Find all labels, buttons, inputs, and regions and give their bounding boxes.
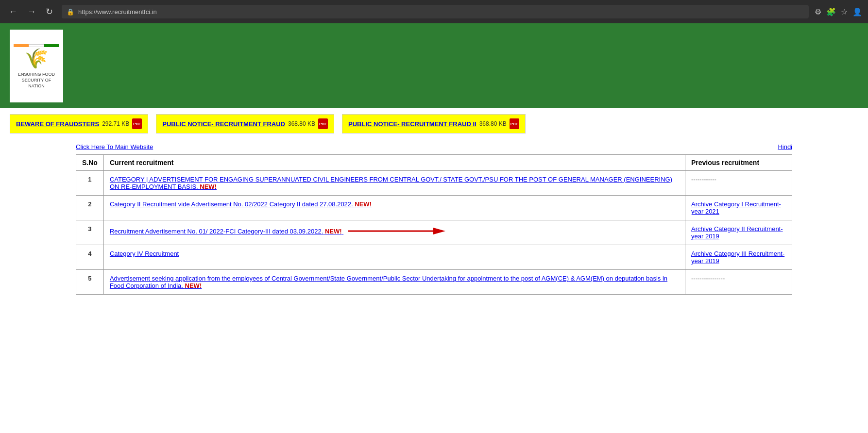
- notice-size-2: 368.80 KB: [288, 120, 315, 127]
- address-bar[interactable]: 🔒 https://www.recruitmentfci.in: [62, 5, 809, 18]
- table-row: 4 Category IV Recruitment Archive Catego…: [76, 245, 792, 270]
- hindi-link[interactable]: Hindi: [778, 143, 792, 150]
- extensions-icon[interactable]: 🧩: [826, 7, 836, 17]
- main-content: S.No Current recruitment Previous recrui…: [0, 154, 868, 295]
- main-website-link[interactable]: Click Here To Main Website: [76, 143, 153, 150]
- logo-emblem: 🌾: [24, 47, 49, 70]
- notice-link-2[interactable]: PUBLIC NOTICE- RECRUITMENT FRAUD: [162, 120, 285, 128]
- row-5-new-badge: NEW!: [185, 282, 202, 289]
- notice-link-1[interactable]: BEWARE OF FRAUDSTERS: [16, 120, 99, 128]
- table-row: 2 Category II Recruitment vide Advertise…: [76, 196, 792, 220]
- notice-badge-2: PUBLIC NOTICE- RECRUITMENT FRAUD 368.80 …: [156, 114, 334, 133]
- row-2-current: Category II Recruitment vide Advertiseme…: [103, 196, 685, 220]
- row-5-current: Advertisement seeking application from t…: [103, 270, 685, 295]
- site-header: 🌾 ENSURING FOOD SECURITY OF NATION: [0, 23, 868, 108]
- logo-box: 🌾 ENSURING FOOD SECURITY OF NATION: [10, 30, 63, 102]
- row-4-sno: 4: [76, 245, 104, 270]
- notices-area: BEWARE OF FRAUDSTERS 292.71 KB PDF PUBLI…: [0, 108, 868, 139]
- notice-size-3: 368.80 KB: [479, 120, 507, 127]
- row-1-new-badge: NEW!: [200, 183, 217, 190]
- row-3-sno: 3: [76, 220, 104, 245]
- table-header-row: S.No Current recruitment Previous recrui…: [76, 155, 792, 171]
- notice-link-3[interactable]: PUBLIC NOTICE- RECRUITMENT FRAUD II: [348, 120, 477, 128]
- notice-badge-3: PUBLIC NOTICE- RECRUITMENT FRAUD II 368.…: [342, 114, 526, 133]
- row-1-current-link[interactable]: CATEGORY | ADVERTISEMENT FOR ENGAGING SU…: [110, 176, 672, 190]
- row-4-previous-link[interactable]: Archive Category III Recruitment- year 2…: [691, 250, 784, 265]
- row-1-current: CATEGORY | ADVERTISEMENT FOR ENGAGING SU…: [103, 171, 685, 196]
- notice-size-1: 292.71 KB: [102, 120, 129, 127]
- pdf-icon-3: PDF: [510, 118, 519, 129]
- settings-icon[interactable]: ⚙: [815, 7, 821, 17]
- logo-text: ENSURING FOOD SECURITY OF NATION: [14, 72, 59, 89]
- row-5-current-link[interactable]: Advertisement seeking application from t…: [110, 275, 667, 289]
- nav-links: Click Here To Main Website Hindi: [0, 139, 868, 154]
- row-2-current-link[interactable]: Category II Recruitment vide Advertiseme…: [110, 200, 372, 208]
- pdf-icon-2: PDF: [318, 118, 328, 129]
- browser-actions: ⚙ 🧩 ☆ 👤: [815, 7, 862, 17]
- col-header-current: Current recruitment: [103, 155, 685, 171]
- row-3-current: Recruitment Advertisement No. 01/ 2022-F…: [103, 220, 685, 245]
- col-header-previous: Previous recruitment: [685, 155, 792, 171]
- notice-badge-1: BEWARE OF FRAUDSTERS 292.71 KB PDF: [10, 114, 148, 133]
- url-text: https://www.recruitmentfci.in: [78, 8, 157, 16]
- table-row: 1 CATEGORY | ADVERTISEMENT FOR ENGAGING …: [76, 171, 792, 196]
- row-2-previous-link[interactable]: Archive Category I Recruitment- year 202…: [691, 200, 781, 215]
- browser-nav-buttons: ← → ↻: [6, 4, 56, 19]
- row-4-current-link[interactable]: Category IV Recruitment: [110, 250, 179, 257]
- favorites-icon[interactable]: ☆: [841, 7, 848, 17]
- row-3-current-link[interactable]: Recruitment Advertisement No. 01/ 2022-F…: [110, 228, 343, 235]
- col-header-sno: S.No: [76, 155, 104, 171]
- row-4-current: Category IV Recruitment: [103, 245, 685, 270]
- browser-chrome: ← → ↻ 🔒 https://www.recruitmentfci.in ⚙ …: [0, 0, 868, 23]
- notices-row: BEWARE OF FRAUDSTERS 292.71 KB PDF PUBLI…: [10, 114, 858, 133]
- svg-marker-1: [433, 228, 445, 234]
- row-3-previous: Archive Category II Recruitment- year 20…: [685, 220, 792, 245]
- red-arrow-indicator: [348, 225, 445, 238]
- row-1-sno: 1: [76, 171, 104, 196]
- pdf-icon-1: PDF: [132, 118, 142, 129]
- reload-button[interactable]: ↻: [43, 4, 56, 19]
- row-3-new-badge: NEW!: [325, 228, 342, 235]
- table-row: 5 Advertisement seeking application from…: [76, 270, 792, 295]
- row-2-new-badge: NEW!: [355, 200, 372, 208]
- recruitment-table: S.No Current recruitment Previous recrui…: [76, 154, 792, 295]
- lock-icon: 🔒: [67, 8, 74, 16]
- forward-button[interactable]: →: [24, 5, 39, 19]
- row-4-previous: Archive Category III Recruitment- year 2…: [685, 245, 792, 270]
- table-row: 3 Recruitment Advertisement No. 01/ 2022…: [76, 220, 792, 245]
- row-1-previous: ------------: [685, 171, 792, 196]
- row-5-previous: ----------------: [685, 270, 792, 295]
- row-5-sno: 5: [76, 270, 104, 295]
- row-3-previous-link[interactable]: Archive Category II Recruitment- year 20…: [691, 225, 783, 240]
- row-2-sno: 2: [76, 196, 104, 220]
- row-2-previous: Archive Category I Recruitment- year 202…: [685, 196, 792, 220]
- profile-icon[interactable]: 👤: [852, 7, 862, 17]
- back-button[interactable]: ←: [6, 5, 20, 19]
